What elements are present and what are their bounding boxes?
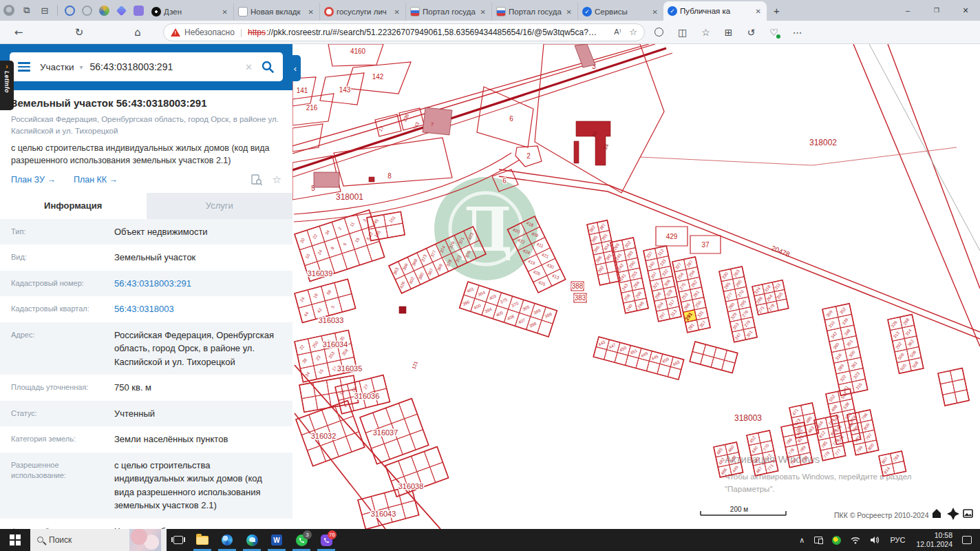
copilot-icon[interactable] xyxy=(654,28,663,37)
cadastral-map[interactable]: + ••• − Д4160142143141216853626429373883… xyxy=(292,44,980,529)
quarter-label: 316035 xyxy=(337,364,363,373)
browser-essentials-icon[interactable]: ♡ xyxy=(769,27,778,38)
chevron-down-icon[interactable]: ▾ xyxy=(80,63,83,71)
menu-icon[interactable] xyxy=(18,62,30,72)
security-warning-label: Небезопасно xyxy=(184,28,235,37)
profile-avatar[interactable] xyxy=(0,3,18,18)
wifi-icon[interactable] xyxy=(851,537,860,544)
task-view-button[interactable] xyxy=(167,529,190,551)
tab-information[interactable]: Информация xyxy=(0,193,147,219)
star-icon[interactable]: ☆ xyxy=(273,174,281,186)
browser-tab-6[interactable]: ✓Сервисы✕ xyxy=(577,3,663,21)
browser-tab-4[interactable]: Портал госуда✕ xyxy=(405,3,491,21)
building-footprint xyxy=(314,172,339,187)
back-button[interactable]: ← xyxy=(8,26,29,39)
letinfo-sidebar-tab[interactable]: › LetInfo xyxy=(0,61,14,110)
taskbar-search[interactable]: Поиск xyxy=(30,529,167,551)
taskbar-app-word[interactable]: W xyxy=(264,529,289,551)
new-tab-button[interactable]: + xyxy=(774,5,780,17)
reload-button[interactable]: ↻ xyxy=(69,26,89,39)
attribute-label: Категория земель: xyxy=(11,433,114,446)
browser-tab-2[interactable]: Новая вкладк✕ xyxy=(233,3,319,21)
tab-close-icon[interactable]: ✕ xyxy=(393,8,401,16)
volume-icon[interactable] xyxy=(870,536,880,544)
object-address-subtitle: Российская Федерация, Оренбургская облас… xyxy=(11,114,281,136)
attribute-value-link[interactable]: 56:43:0318003:291 xyxy=(114,277,281,291)
history-icon[interactable]: ↺ xyxy=(747,27,756,38)
maximize-button[interactable]: ❐ xyxy=(922,0,951,21)
doc-search-icon[interactable] xyxy=(251,174,263,186)
browser-tab-bar: ⧉ ⊟ Дзен✕Новая вкладк✕госуслуги лич✕Порт… xyxy=(0,0,980,21)
collections-icon[interactable]: ⊞ xyxy=(725,27,733,38)
tabbar-left-icons: ⧉ ⊟ xyxy=(0,0,147,21)
search-category-select[interactable]: Участки xyxy=(40,62,74,72)
favorites-icon[interactable]: ☆ xyxy=(701,27,710,38)
quarter-label: 316032 xyxy=(311,432,337,440)
minimize-button[interactable]: – xyxy=(893,0,922,21)
plan-kk-link[interactable]: План КК → xyxy=(74,175,118,185)
edge-icon xyxy=(246,534,258,546)
page-title: Земельный участок 56:43:0318003:291 xyxy=(11,97,281,109)
device-sync-icon[interactable] xyxy=(814,537,822,543)
tray-date: 12.01.2024 xyxy=(916,540,952,549)
favorite-star-icon[interactable]: ☆ xyxy=(629,27,637,37)
browser-tab-3[interactable]: госуслуги лич✕ xyxy=(319,3,405,21)
windows-taskbar: Поиск W376 ∧ РУС 10:58 12.01.2024 xyxy=(0,529,980,551)
browser-tab-5[interactable]: Портал госуда✕ xyxy=(491,3,577,21)
panel-collapse-button[interactable]: ‹ xyxy=(290,55,301,81)
hidden-icons-chevron[interactable]: ∧ xyxy=(799,536,805,545)
tray-time: 10:58 xyxy=(916,531,952,540)
vertical-tabs-icon[interactable]: ⊟ xyxy=(36,3,54,18)
extension-globe-icon[interactable] xyxy=(65,6,75,16)
settings-more-icon[interactable]: ⋯ xyxy=(793,27,802,38)
word-icon: W xyxy=(271,534,282,545)
action-center-icon[interactable] xyxy=(962,536,972,544)
extension-sparkle-icon[interactable] xyxy=(116,5,127,16)
security-warning-icon[interactable] xyxy=(171,28,180,37)
tab-close-icon[interactable]: ✕ xyxy=(307,8,315,16)
plan-zu-link[interactable]: План ЗУ → xyxy=(11,175,56,185)
split-screen-icon[interactable]: ◫ xyxy=(678,27,687,38)
taskbar-app-edge[interactable] xyxy=(239,529,264,551)
taskbar-app-viber[interactable]: 76 xyxy=(314,529,339,551)
read-aloud-icon[interactable]: A⁾ xyxy=(614,28,621,37)
clock[interactable]: 10:58 12.01.2024 xyxy=(916,531,952,549)
tab-services[interactable]: Услуги xyxy=(147,193,293,219)
attribute-row: Площадь уточненная:750 кв. м xyxy=(0,375,292,401)
start-button[interactable] xyxy=(0,529,30,551)
tab-close-icon[interactable]: ✕ xyxy=(221,8,229,16)
extension-puzzle-icon[interactable] xyxy=(134,6,144,16)
close-button[interactable]: ✕ xyxy=(951,0,980,21)
divider xyxy=(57,5,58,16)
browser-tab-7[interactable]: ✓Публичная ка✕ xyxy=(663,1,767,21)
antivirus-icon[interactable] xyxy=(832,536,841,545)
attribute-row: Кадастровый номер:56:43:0318003:291 xyxy=(0,271,292,297)
tab-favicon-dzen-icon xyxy=(151,7,161,17)
extension-color-icon[interactable] xyxy=(99,6,109,16)
taskbar-app-photos[interactable] xyxy=(215,529,239,551)
attribute-label: Кадастровый квартал: xyxy=(11,302,114,316)
extension-gray-icon[interactable] xyxy=(82,6,92,16)
language-indicator[interactable]: РУС xyxy=(890,536,905,544)
attribute-value-link[interactable]: 56:43:0318003 xyxy=(114,302,281,316)
attribute-label: Разрешенное использование: xyxy=(11,459,114,512)
map-canvas[interactable]: Д416014214314121685362642937388383Актива… xyxy=(292,44,980,529)
tab-close-icon[interactable]: ✕ xyxy=(479,8,487,16)
search-header: Участки ▾ 56:43:0318003:291 ✕ ‹ xyxy=(0,44,292,90)
search-input[interactable]: 56:43:0318003:291 xyxy=(90,61,246,72)
clear-search-icon[interactable]: ✕ xyxy=(245,62,253,72)
taskbar-search-placeholder: Поиск xyxy=(49,535,129,545)
tab-close-icon[interactable]: ✕ xyxy=(565,8,573,16)
taskbar-app-file-explorer[interactable] xyxy=(190,529,215,551)
tab-close-icon[interactable]: ✕ xyxy=(754,8,763,15)
browser-tab-1[interactable]: Дзен✕ xyxy=(147,3,233,21)
search-icon[interactable] xyxy=(261,60,275,74)
parcel-number: 4160 xyxy=(350,48,366,55)
home-button[interactable]: ⌂ xyxy=(127,26,148,39)
address-bar[interactable]: Небезопасно | https ://pkk.rosreestr.ru/… xyxy=(163,23,645,41)
taskbar-app-whatsapp[interactable]: 3 xyxy=(289,529,314,551)
attribute-label: Кадастровый номер: xyxy=(11,277,114,291)
tab-close-icon[interactable]: ✕ xyxy=(651,8,659,16)
attributes-list: Тип:Объект недвижимостиВид:Земельный уча… xyxy=(0,219,292,551)
tab-group-icon[interactable]: ⧉ xyxy=(18,3,36,18)
